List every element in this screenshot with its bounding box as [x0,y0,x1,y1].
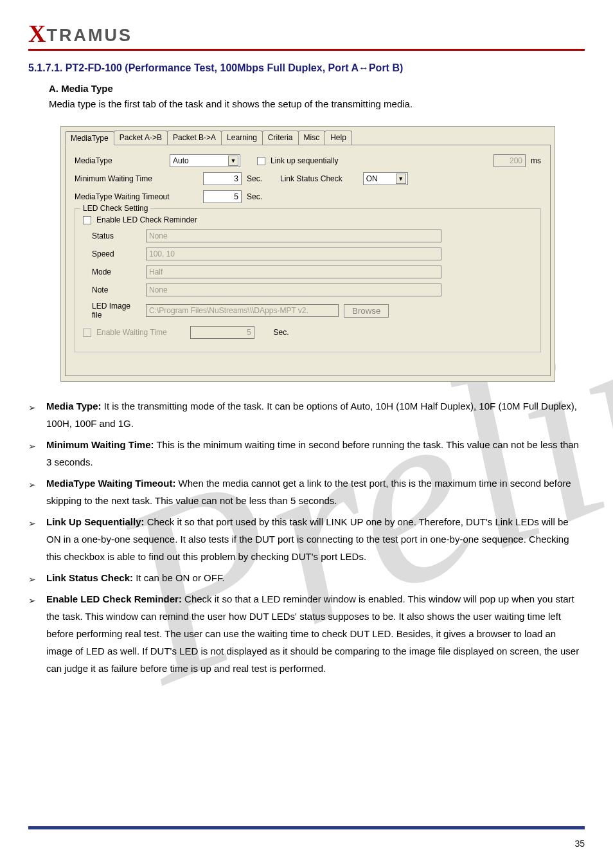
header-rule [28,49,585,51]
bullet-label: Link Up Sequentially: [46,516,145,527]
list-item: ➢ Link Status Check: It can be ON or OFF… [28,569,585,586]
tab-misc[interactable]: Misc [298,131,326,145]
ledfile-input: C:\Program Files\NuStreams\\\DApps-MPT v… [146,304,339,317]
ms-label: ms [531,156,541,165]
mttimeout-label: MediaType Waiting Timeout [75,192,185,201]
bullet-icon: ➢ [28,400,37,416]
linkstatus-select[interactable]: ON ▼ [363,172,408,185]
linkstatus-value: ON [366,174,378,183]
linkup-checkbox[interactable] [257,157,265,165]
list-item: ➢ Link Up Sequentially: Check it so that… [28,513,585,565]
heading-prefix: PT2-FD-100 (Performance Test, 100Mbps Fu… [66,62,359,73]
section-heading: 5.1.7.1. PT2-FD-100 (Performance Test, 1… [28,62,585,74]
note-input: None [146,284,441,296]
bullet-label: Minimum Waiting Time: [46,439,154,450]
mediatype-value: Auto [173,156,189,165]
double-arrow-icon: ↔ [359,62,369,73]
heading-number: 5.1.7.1. [28,62,62,73]
bullet-icon: ➢ [28,593,37,609]
description: Media type is the first tab of the task … [49,96,585,112]
bullet-label: MediaType Waiting Timeout: [46,478,175,489]
mode-input: Half [146,266,441,278]
heading-suffix: Port B) [369,62,403,73]
logo: X TRAMUS [28,19,585,48]
tab-body: MediaType Auto ▼ Link up sequentially 20… [65,145,551,376]
minwait-input[interactable]: 3 [203,172,242,185]
mediatype-label: MediaType [75,156,164,165]
logo-x: X [28,19,45,48]
bullet-icon: ➢ [28,439,37,455]
enable-led-checkbox[interactable] [83,216,91,224]
linkstatus-label: Link Status Check [280,174,342,183]
tab-help[interactable]: Help [324,131,352,145]
browse-button[interactable]: Browse [344,304,389,318]
bullet-label: Media Type: [46,401,102,411]
enable-waiting-label: Enable Waiting Time [96,328,167,337]
bullet-icon: ➢ [28,572,37,588]
chevron-down-icon[interactable]: ▼ [396,174,406,184]
bullet-text: It is the transmitting mode of the task.… [46,401,577,429]
list-item: ➢ Minimum Waiting Time: This is the mini… [28,436,585,471]
led-group-legend: LED Check Setting [80,204,150,213]
list-item: ➢ MediaType Waiting Timeout: When the me… [28,475,585,509]
note-label: Note [83,285,141,294]
tab-criteria[interactable]: Criteria [262,131,299,145]
enable-waiting-input: 5 [190,326,254,339]
enable-waiting-checkbox [83,329,91,337]
bullet-icon: ➢ [28,516,37,532]
minwait-label: Minimum Waiting Time [75,174,164,183]
sec-label-3: Sec. [274,328,289,337]
tab-packet-ba[interactable]: Packet B->A [167,131,222,145]
bullet-icon: ➢ [28,477,37,493]
logo-text: TRAMUS [46,26,132,46]
tab-learning[interactable]: Learning [221,131,263,145]
footer-rule [28,826,585,829]
status-input: None [146,230,441,242]
enable-led-label: Enable LED Check Reminder [96,215,197,224]
linkup-label: Link up sequentially [271,156,338,165]
settings-window: MediaType Packet A->B Packet B->A Learni… [60,126,555,382]
sec-label-1: Sec. [247,174,262,183]
status-label: Status [83,231,141,240]
speed-label: Speed [83,249,141,258]
mttimeout-input[interactable]: 5 [203,190,242,203]
speed-input: 100, 10 [146,248,441,260]
list-item: ➢ Media Type: It is the transmitting mod… [28,397,585,432]
bullet-text: It can be ON or OFF. [133,572,225,583]
bullet-text-rest: -by-one sequence. It also tests if the D… [46,534,569,562]
list-item: ➢ Enable LED Check Reminder: Check it so… [28,590,585,677]
sec-label-2: Sec. [247,192,262,201]
tab-mediatype[interactable]: MediaType [65,131,114,145]
mode-label: Mode [83,267,141,276]
chevron-down-icon[interactable]: ▼ [228,156,238,166]
led-check-group: LED Check Setting Enable LED Check Remin… [75,208,541,352]
ledfile-label: LED Image file [83,302,141,320]
linkup-ms-input: 200 [493,154,526,167]
page-number: 35 [574,838,585,849]
tab-strip: MediaType Packet A->B Packet B->A Learni… [61,127,555,145]
mediatype-select[interactable]: Auto ▼ [170,154,240,167]
bullet-label: Enable LED Check Reminder: [46,593,182,604]
subtitle: A. Media Type [49,83,585,94]
bullet-label: Link Status Check: [46,572,133,583]
tab-packet-ab[interactable]: Packet A->B [114,131,168,145]
